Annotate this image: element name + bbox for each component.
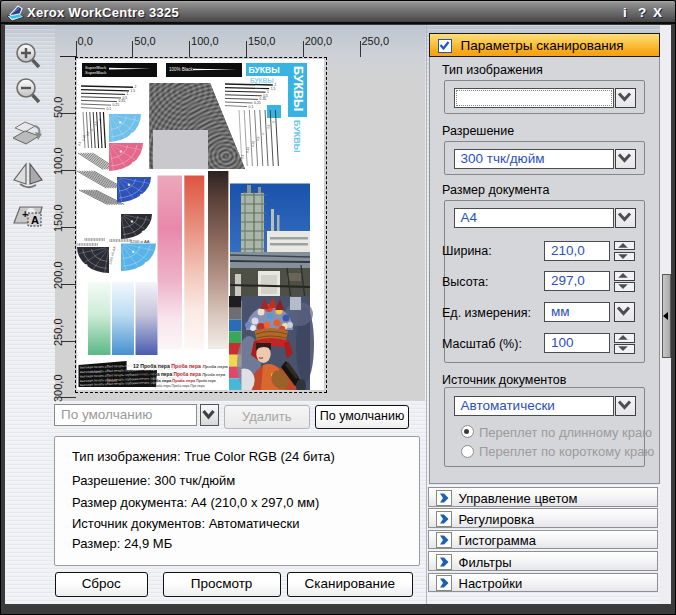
svg-text:A: A xyxy=(31,214,39,226)
svg-text:+: + xyxy=(22,208,28,220)
